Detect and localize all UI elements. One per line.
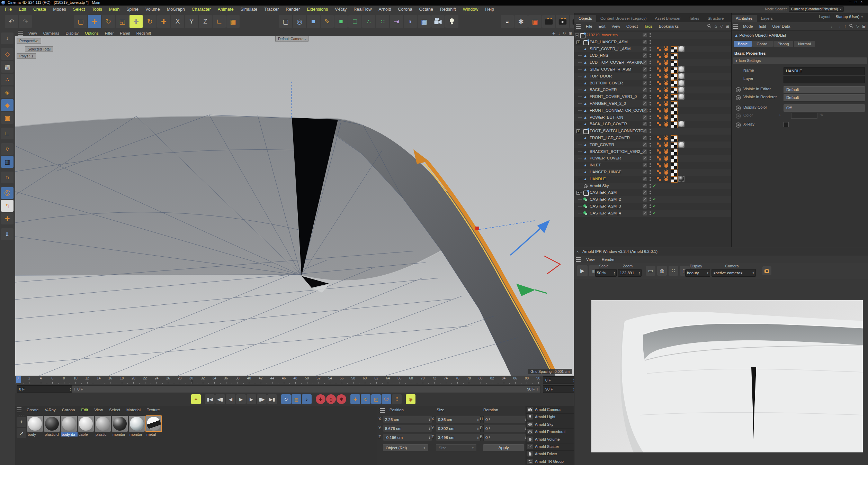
object-name[interactable]: LCD_TOP_COVER_PARKING [590,60,644,64]
phong-tag-icon[interactable] [663,46,669,52]
visibility-dots[interactable] [650,156,651,160]
spline-pen-icon[interactable]: ✎ [321,15,334,28]
layer-toggle[interactable] [643,67,647,72]
object-name[interactable]: PAD_HANGER_ASM [590,40,628,44]
workplane-mode-icon[interactable]: ◊ [1,143,14,155]
axis-center-icon[interactable]: ✚ [1,213,14,224]
layer-toggle[interactable] [643,190,647,195]
material-menu-select[interactable]: Select [106,408,123,412]
visibility-dots[interactable] [650,136,651,140]
arnold-list-item[interactable]: Arnold Scatter [526,443,574,451]
arnold-list-item[interactable]: Arnold Volume [526,436,574,443]
phong-tag-icon[interactable] [663,73,669,79]
forward-icon[interactable]: → [837,24,841,29]
layer-toggle[interactable] [643,53,647,58]
coords-field[interactable]: 8.676 cm▴▾ [383,425,432,432]
points-mode-icon[interactable]: ∴ [1,74,14,85]
layer-toggle[interactable] [643,115,647,120]
node-space-dropdown[interactable]: Current (Standard/Physical)▾ [789,6,844,12]
goto-end-icon[interactable]: ▶▮ [267,394,277,404]
visibility-dots[interactable] [650,33,651,37]
object-name[interactable]: HANGER_HINGE [590,170,621,174]
object-row[interactable]: ▲SIDE_COVER_L_ASM [574,46,732,53]
phong-tag-icon[interactable] [663,67,669,72]
layer-toggle[interactable] [643,108,647,113]
viewport-menu-display[interactable]: Display [63,31,81,35]
display-color-radio[interactable] [736,105,741,111]
visibility-dots[interactable] [650,81,651,85]
objects-menu-bookmarks[interactable]: Bookmarks [656,24,682,28]
viewport-menu-panel[interactable]: Panel [117,31,133,35]
visibility-dots[interactable] [650,197,651,202]
compositing-tag-icon[interactable] [656,142,662,147]
key-position-icon[interactable]: ✚ [350,394,360,404]
uvw-tag-icon[interactable] [671,108,678,114]
uvw-tag-icon[interactable] [671,73,678,80]
uvw-tag-icon[interactable] [671,46,678,53]
object-row[interactable]: ▲FRONT_COVER_VER1_0 [574,93,732,100]
material-preview[interactable] [95,416,111,432]
material-item[interactable]: monitor [112,416,128,437]
current-frame-field[interactable]: 0 F▴▾ [543,376,577,384]
layer-toggle[interactable] [643,163,647,167]
layer-toggle[interactable] [643,74,647,79]
open-material-button[interactable]: ↗ [17,428,26,438]
phong-tag-icon[interactable] [663,121,669,127]
material-name[interactable]: cable [78,432,95,437]
object-name[interactable]: CASTER_ASM_2 [590,197,621,201]
pan-view-icon[interactable]: ✚ [552,31,555,36]
ipr-close-icon[interactable]: × [576,249,579,254]
viewport-menu-options[interactable]: Options [82,31,101,35]
phong-tag-icon[interactable] [663,169,669,175]
object-name[interactable]: INLET [590,163,601,167]
compositing-tag-icon[interactable] [656,53,662,58]
viewport-menu-cameras[interactable]: Cameras [41,31,62,35]
attributes-menu-mode[interactable]: Mode [740,24,756,28]
object-name[interactable]: BRACKET_BOTTOM_VER2_0 [590,149,645,154]
material-preview[interactable] [78,416,94,432]
ipr-camera-dropdown[interactable]: <active camera>▾ [712,269,756,277]
menu-render[interactable]: Render [282,7,303,12]
objects-menu-edit[interactable]: Edit [596,24,609,28]
layer-toggle[interactable] [643,204,647,209]
visible-editor-dropdown[interactable]: Default [784,86,865,94]
compositing-tag-icon[interactable] [656,176,662,182]
y-axis-lock[interactable]: Y [185,15,198,28]
close-button[interactable]: × [860,0,866,4]
coords-field[interactable]: 0.302 cm▴▾ [436,425,481,432]
compositing-tag-icon[interactable] [656,121,662,127]
rotate-tool-icon[interactable]: ↻ [102,15,115,28]
menu-edit[interactable]: Edit [15,7,30,12]
visibility-dots[interactable] [650,115,651,120]
region-icon[interactable]: ∷ [669,266,678,276]
menu-help[interactable]: Help [482,7,498,12]
layer-toggle[interactable] [643,94,647,99]
arnold-list-item[interactable]: Arnold Sky [526,421,574,429]
layer-toggle[interactable] [643,81,647,85]
object-row[interactable]: ▲BACK_LCD_COVER [574,121,732,128]
search-icon[interactable] [849,24,853,29]
menu-realflow[interactable]: RealFlow [350,7,375,12]
coords-field[interactable]: 0 °▴▾ [483,425,528,432]
arnold-list-item[interactable]: Arnold Driver [526,450,574,458]
timeline-ruler[interactable]: 0246810121416182022242628303234363840424… [15,376,540,384]
layer-toggle[interactable] [643,33,647,37]
object-row[interactable]: ▲HANGER_VER_2_0 [574,100,732,107]
visibility-dots[interactable] [650,40,651,44]
material-preview[interactable] [146,416,162,432]
uvw-tag-icon[interactable] [671,163,678,169]
material-name[interactable]: monitor [112,432,128,437]
object-name[interactable]: CASTER_ASM_3 [590,204,621,208]
record-parameter-icon[interactable]: () [326,394,336,404]
uvw-tag-icon[interactable] [671,80,678,87]
material-menu-material[interactable]: Material [123,408,144,412]
object-name[interactable]: LCD_HNS [590,53,608,57]
layer-toggle[interactable] [643,60,647,65]
compositing-tag-icon[interactable] [656,80,662,86]
object-name[interactable]: TOP_DOOR [590,74,612,78]
add-icon[interactable]: ⊞ [726,24,729,29]
object-row[interactable]: ▲LCD_TOP_COVER_PARKING [574,59,732,66]
viewport-3d[interactable]: Perspective Selected Total Polys : 1 Def… [15,36,574,376]
viewport-menu-icon[interactable] [18,31,23,36]
material-name[interactable]: metal [146,432,162,437]
